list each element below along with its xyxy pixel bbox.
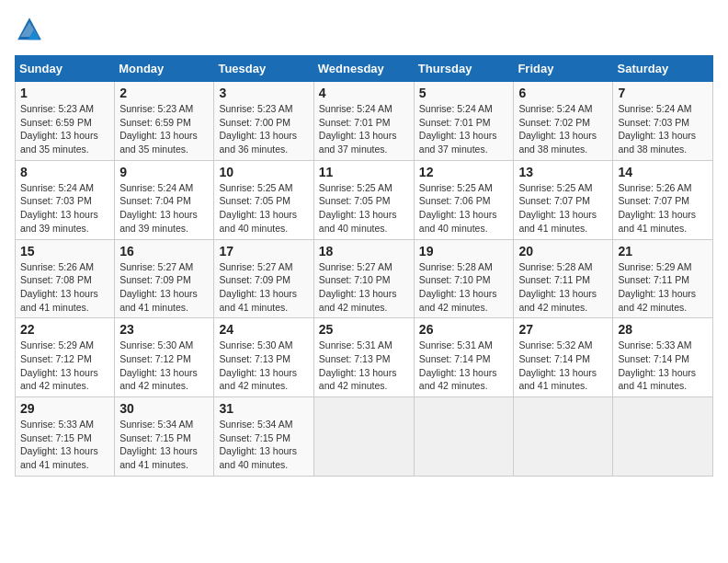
day-number: 15 [20, 244, 109, 259]
day-number: 29 [20, 401, 109, 416]
day-detail: Sunrise: 5:26 AM Sunset: 7:07 PM Dayligh… [618, 182, 696, 234]
day-detail: Sunrise: 5:29 AM Sunset: 7:11 PM Dayligh… [618, 261, 696, 313]
calendar-cell: 29 Sunrise: 5:33 AM Sunset: 7:15 PM Dayl… [16, 397, 115, 477]
calendar-week-row: 1 Sunrise: 5:23 AM Sunset: 6:59 PM Dayli… [16, 82, 713, 161]
calendar-cell: 5 Sunrise: 5:24 AM Sunset: 7:01 PM Dayli… [414, 82, 514, 161]
logo-icon [15, 15, 44, 44]
day-detail: Sunrise: 5:24 AM Sunset: 7:03 PM Dayligh… [20, 182, 98, 234]
calendar-cell: 19 Sunrise: 5:28 AM Sunset: 7:10 PM Dayl… [414, 239, 514, 318]
day-detail: Sunrise: 5:25 AM Sunset: 7:05 PM Dayligh… [319, 182, 397, 234]
col-header-friday: Friday [514, 56, 613, 82]
day-detail: Sunrise: 5:33 AM Sunset: 7:14 PM Dayligh… [618, 339, 696, 391]
calendar-header-row: SundayMondayTuesdayWednesdayThursdayFrid… [16, 56, 713, 82]
day-number: 9 [119, 165, 209, 179]
day-number: 25 [319, 322, 409, 337]
day-detail: Sunrise: 5:24 AM Sunset: 7:01 PM Dayligh… [419, 103, 497, 155]
calendar-cell: 24 Sunrise: 5:30 AM Sunset: 7:13 PM Dayl… [214, 318, 313, 397]
day-number: 18 [319, 244, 409, 259]
day-detail: Sunrise: 5:31 AM Sunset: 7:14 PM Dayligh… [419, 339, 497, 391]
day-number: 24 [219, 322, 308, 337]
day-detail: Sunrise: 5:33 AM Sunset: 7:15 PM Dayligh… [20, 419, 98, 470]
calendar-cell: 6 Sunrise: 5:24 AM Sunset: 7:02 PM Dayli… [514, 82, 613, 161]
day-detail: Sunrise: 5:23 AM Sunset: 6:59 PM Dayligh… [20, 103, 98, 155]
day-number: 16 [119, 244, 209, 259]
calendar-cell: 18 Sunrise: 5:27 AM Sunset: 7:10 PM Dayl… [313, 239, 414, 318]
day-number: 5 [419, 86, 509, 100]
day-number: 31 [219, 401, 308, 416]
day-detail: Sunrise: 5:29 AM Sunset: 7:12 PM Dayligh… [20, 339, 98, 391]
day-number: 1 [20, 86, 109, 100]
day-detail: Sunrise: 5:27 AM Sunset: 7:09 PM Dayligh… [119, 261, 198, 313]
calendar-cell: 26 Sunrise: 5:31 AM Sunset: 7:14 PM Dayl… [414, 318, 514, 397]
calendar-cell: 2 Sunrise: 5:23 AM Sunset: 6:59 PM Dayli… [115, 82, 214, 161]
calendar-cell: 17 Sunrise: 5:27 AM Sunset: 7:09 PM Dayl… [214, 239, 313, 318]
col-header-saturday: Saturday [613, 56, 713, 82]
calendar-table: SundayMondayTuesdayWednesdayThursdayFrid… [15, 55, 713, 477]
calendar-cell: 11 Sunrise: 5:25 AM Sunset: 7:05 PM Dayl… [313, 160, 414, 239]
col-header-tuesday: Tuesday [214, 56, 313, 82]
day-number: 2 [119, 86, 209, 100]
calendar-cell: 9 Sunrise: 5:24 AM Sunset: 7:04 PM Dayli… [115, 160, 214, 239]
calendar-week-row: 29 Sunrise: 5:33 AM Sunset: 7:15 PM Dayl… [16, 397, 713, 477]
calendar-cell: 20 Sunrise: 5:28 AM Sunset: 7:11 PM Dayl… [514, 239, 613, 318]
day-detail: Sunrise: 5:24 AM Sunset: 7:04 PM Dayligh… [119, 182, 198, 234]
day-detail: Sunrise: 5:25 AM Sunset: 7:07 PM Dayligh… [518, 182, 597, 234]
logo [15, 15, 48, 44]
day-number: 20 [518, 244, 608, 259]
calendar-cell: 10 Sunrise: 5:25 AM Sunset: 7:05 PM Dayl… [214, 160, 313, 239]
day-detail: Sunrise: 5:28 AM Sunset: 7:11 PM Dayligh… [518, 261, 597, 313]
day-detail: Sunrise: 5:23 AM Sunset: 7:00 PM Dayligh… [219, 103, 297, 155]
calendar-cell: 25 Sunrise: 5:31 AM Sunset: 7:13 PM Dayl… [313, 318, 414, 397]
day-number: 6 [518, 86, 608, 100]
day-detail: Sunrise: 5:26 AM Sunset: 7:08 PM Dayligh… [20, 261, 98, 313]
calendar-cell [514, 397, 613, 477]
calendar-cell: 8 Sunrise: 5:24 AM Sunset: 7:03 PM Dayli… [16, 160, 115, 239]
calendar-cell: 7 Sunrise: 5:24 AM Sunset: 7:03 PM Dayli… [613, 82, 713, 161]
calendar-week-row: 15 Sunrise: 5:26 AM Sunset: 7:08 PM Dayl… [16, 239, 713, 318]
day-detail: Sunrise: 5:23 AM Sunset: 6:59 PM Dayligh… [119, 103, 198, 155]
day-number: 17 [219, 244, 308, 259]
day-number: 8 [20, 165, 109, 179]
day-number: 23 [119, 322, 209, 337]
calendar-cell: 30 Sunrise: 5:34 AM Sunset: 7:15 PM Dayl… [115, 397, 214, 477]
day-number: 4 [319, 86, 409, 100]
col-header-thursday: Thursday [414, 56, 514, 82]
calendar-cell: 3 Sunrise: 5:23 AM Sunset: 7:00 PM Dayli… [214, 82, 313, 161]
calendar-cell [414, 397, 514, 477]
day-number: 28 [618, 322, 708, 337]
day-detail: Sunrise: 5:30 AM Sunset: 7:13 PM Dayligh… [219, 339, 297, 391]
calendar-cell: 14 Sunrise: 5:26 AM Sunset: 7:07 PM Dayl… [613, 160, 713, 239]
calendar-cell: 31 Sunrise: 5:34 AM Sunset: 7:15 PM Dayl… [214, 397, 313, 477]
day-number: 27 [518, 322, 608, 337]
calendar-cell: 13 Sunrise: 5:25 AM Sunset: 7:07 PM Dayl… [514, 160, 613, 239]
day-number: 14 [618, 165, 708, 179]
day-detail: Sunrise: 5:31 AM Sunset: 7:13 PM Dayligh… [319, 339, 397, 391]
col-header-monday: Monday [115, 56, 214, 82]
day-number: 3 [219, 86, 308, 100]
day-number: 22 [20, 322, 109, 337]
day-number: 26 [419, 322, 509, 337]
day-detail: Sunrise: 5:34 AM Sunset: 7:15 PM Dayligh… [219, 419, 297, 470]
day-detail: Sunrise: 5:25 AM Sunset: 7:05 PM Dayligh… [219, 182, 297, 234]
day-detail: Sunrise: 5:27 AM Sunset: 7:09 PM Dayligh… [219, 261, 297, 313]
col-header-sunday: Sunday [16, 56, 115, 82]
calendar-week-row: 8 Sunrise: 5:24 AM Sunset: 7:03 PM Dayli… [16, 160, 713, 239]
calendar-cell: 21 Sunrise: 5:29 AM Sunset: 7:11 PM Dayl… [613, 239, 713, 318]
calendar-cell: 23 Sunrise: 5:30 AM Sunset: 7:12 PM Dayl… [115, 318, 214, 397]
calendar-cell: 12 Sunrise: 5:25 AM Sunset: 7:06 PM Dayl… [414, 160, 514, 239]
calendar-cell: 15 Sunrise: 5:26 AM Sunset: 7:08 PM Dayl… [16, 239, 115, 318]
day-detail: Sunrise: 5:28 AM Sunset: 7:10 PM Dayligh… [419, 261, 497, 313]
calendar-cell: 28 Sunrise: 5:33 AM Sunset: 7:14 PM Dayl… [613, 318, 713, 397]
day-number: 30 [119, 401, 209, 416]
day-number: 7 [618, 86, 708, 100]
day-number: 10 [219, 165, 308, 179]
calendar-cell: 1 Sunrise: 5:23 AM Sunset: 6:59 PM Dayli… [16, 82, 115, 161]
day-detail: Sunrise: 5:25 AM Sunset: 7:06 PM Dayligh… [419, 182, 497, 234]
calendar-cell: 22 Sunrise: 5:29 AM Sunset: 7:12 PM Dayl… [16, 318, 115, 397]
calendar-cell: 16 Sunrise: 5:27 AM Sunset: 7:09 PM Dayl… [115, 239, 214, 318]
calendar-cell [613, 397, 713, 477]
day-detail: Sunrise: 5:32 AM Sunset: 7:14 PM Dayligh… [518, 339, 597, 391]
page-header [15, 15, 713, 44]
day-detail: Sunrise: 5:34 AM Sunset: 7:15 PM Dayligh… [119, 419, 198, 470]
day-detail: Sunrise: 5:24 AM Sunset: 7:02 PM Dayligh… [518, 103, 597, 155]
